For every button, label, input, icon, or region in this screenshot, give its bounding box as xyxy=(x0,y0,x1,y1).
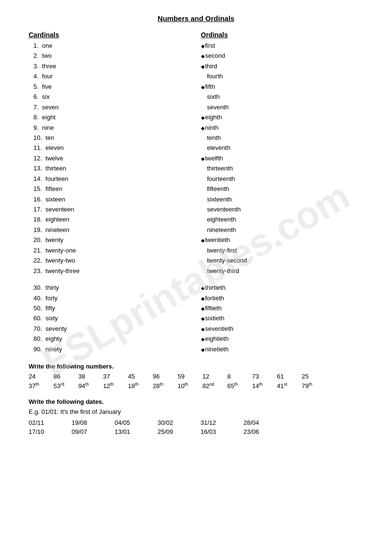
number-cell: 96 xyxy=(153,373,178,380)
diamond-bullet: ◆ xyxy=(201,126,205,131)
number-cell: 38 xyxy=(78,373,103,380)
cardinal-tens-row: 70. seventy xyxy=(29,324,187,334)
diamond-bullet: ◆ xyxy=(201,296,205,301)
ordinal-row: ◆eighth xyxy=(201,112,364,122)
ordinal-cell: 10th xyxy=(178,382,202,390)
ordinal-row: twenty-second xyxy=(201,255,364,265)
cardinal-row: 19. nineteen xyxy=(29,225,187,235)
ordinal-row: fourteenth xyxy=(201,174,364,184)
date-cell: 19/08 xyxy=(72,419,115,426)
diamond-bullet: ◆ xyxy=(201,337,205,342)
cardinal-row: 14. fourteen xyxy=(29,174,187,184)
cardinal-row: 1. one xyxy=(29,41,187,51)
ordinal-row: sixth xyxy=(201,92,364,102)
ordinal-tens-row: ◆eightieth xyxy=(201,334,364,344)
date-cell: 13/01 xyxy=(115,428,158,435)
dates-row1-data: 02/1119/0804/0530/0231/1228/04 xyxy=(29,419,363,426)
cardinal-row: 16. sixteen xyxy=(29,194,187,204)
cardinal-row: 11. eleven xyxy=(29,143,187,153)
date-cell: 02/11 xyxy=(29,419,72,426)
ordinal-tens-row: ◆sixtieth xyxy=(201,313,364,323)
cardinal-row: 6. six xyxy=(29,92,187,102)
ordinal-row: ◆first xyxy=(201,41,364,51)
date-cell: 04/05 xyxy=(115,419,158,426)
cardinals-header: Cardinals xyxy=(29,31,187,39)
date-cell: 31/12 xyxy=(201,419,244,426)
ordinal-row: twenty-first xyxy=(201,245,364,255)
cardinal-tens-row: 90. ninety xyxy=(29,344,187,354)
exercise1-numbers-row: 24863837459659128736125 xyxy=(29,373,363,380)
date-cell: 30/02 xyxy=(158,419,201,426)
ordinal-cell: 37th xyxy=(29,382,53,390)
ordinal-row: seventh xyxy=(201,102,364,112)
diamond-bullet: ◆ xyxy=(201,115,205,120)
main-columns: Cardinals 1. one2. two3. three4. four5. … xyxy=(29,31,363,354)
ordinal-cell: 82nd xyxy=(202,382,227,390)
ordinal-row: ◆ninth xyxy=(201,123,364,133)
date-cell: 16/03 xyxy=(201,428,244,435)
number-cell: 24 xyxy=(29,373,53,380)
cardinal-row: 8. eight xyxy=(29,112,187,122)
diamond-bullet: ◆ xyxy=(201,306,205,311)
number-cell: 86 xyxy=(53,373,78,380)
ordinal-row: ◆twentieth xyxy=(201,235,364,245)
ordinal-cell: 14th xyxy=(252,382,277,390)
ordinal-row: ◆twelfth xyxy=(201,153,364,163)
diamond-bullet: ◆ xyxy=(201,316,205,321)
exercise1-ordinals-row: 37th53rd94th12th18th28th10th82nd65th14th… xyxy=(29,382,363,390)
cardinal-row: 22. twenty-two xyxy=(29,255,187,265)
cardinals-tens-list: 30. thirty40. forty50. fifty60. sixty70.… xyxy=(29,283,187,354)
number-cell: 61 xyxy=(277,373,302,380)
cardinal-row: 3. three xyxy=(29,61,187,71)
number-cell: 12 xyxy=(202,373,227,380)
diamond-bullet: ◆ xyxy=(201,285,205,291)
ordinal-cell: 28th xyxy=(153,382,178,390)
cardinals-column: Cardinals 1. one2. two3. three4. four5. … xyxy=(29,31,196,354)
ordinal-tens-row: ◆seventieth xyxy=(201,324,364,334)
ordinal-row: ◆fifth xyxy=(201,82,364,92)
date-cell: 23/06 xyxy=(244,428,286,435)
diamond-bullet: ◆ xyxy=(201,238,205,243)
cardinal-tens-row: 40. forty xyxy=(29,293,187,303)
ordinal-row: ◆third xyxy=(201,61,364,71)
ordinals-tens-list: ◆thirtieth◆fortieth◆fiftieth◆sixtieth◆se… xyxy=(201,283,364,354)
cardinal-row: 2. two xyxy=(29,51,187,61)
number-cell: 59 xyxy=(178,373,202,380)
ordinal-row: eleventh xyxy=(201,143,364,153)
cardinal-row: 21. twenty-one xyxy=(29,245,187,255)
date-cell: 09/07 xyxy=(72,428,115,435)
dates-section: Write the following dates. E.g. 01/01: I… xyxy=(29,398,363,435)
diamond-bullet: ◆ xyxy=(201,53,205,59)
cardinal-row: 23. twenty-three xyxy=(29,266,187,276)
cardinal-row: 7. seven xyxy=(29,102,187,112)
exercise1-title: Write the following numbers. xyxy=(29,363,363,370)
ordinal-row: sixteenth xyxy=(201,194,364,204)
ordinal-row: tenth xyxy=(201,133,364,143)
cardinal-tens-row: 30. thirty xyxy=(29,283,187,293)
cardinal-row: 9. nine xyxy=(29,123,187,133)
number-cell: 73 xyxy=(252,373,277,380)
number-cell: 25 xyxy=(302,373,327,380)
ordinal-tens-row: ◆ninetieth xyxy=(201,344,364,354)
ordinals-header: Ordinals xyxy=(201,31,364,39)
ordinal-cell: 94th xyxy=(78,382,103,390)
dates-row2: 17/1009/0713/0125/0916/0323/06 xyxy=(29,428,363,435)
diamond-bullet: ◆ xyxy=(201,84,205,90)
date-cell: 17/10 xyxy=(29,428,72,435)
dates-example: E.g. 01/01: It's the first of January xyxy=(29,408,363,415)
cardinal-tens-row: 50. fifty xyxy=(29,303,187,313)
number-cell: 45 xyxy=(128,373,153,380)
page-title: Numbers and Ordinals xyxy=(29,14,363,22)
cardinals-list: 1. one2. two3. three4. four5. five6. six… xyxy=(29,41,187,276)
cardinal-row: 12. twelve xyxy=(29,153,187,163)
ordinal-row: twenty-third xyxy=(201,266,364,276)
ordinal-row: ◆second xyxy=(201,51,364,61)
cardinal-tens-row: 60. sixty xyxy=(29,313,187,323)
date-cell: 28/04 xyxy=(244,419,286,426)
cardinal-row: 15. fifteen xyxy=(29,184,187,194)
ordinal-row: eighteenth xyxy=(201,214,364,224)
cardinal-row: 4. four xyxy=(29,71,187,81)
ordinal-cell: 41st xyxy=(277,382,302,390)
ordinals-column: Ordinals ◆first◆second◆thirdfourth◆fifth… xyxy=(196,31,364,354)
cardinal-row: 5. five xyxy=(29,82,187,92)
